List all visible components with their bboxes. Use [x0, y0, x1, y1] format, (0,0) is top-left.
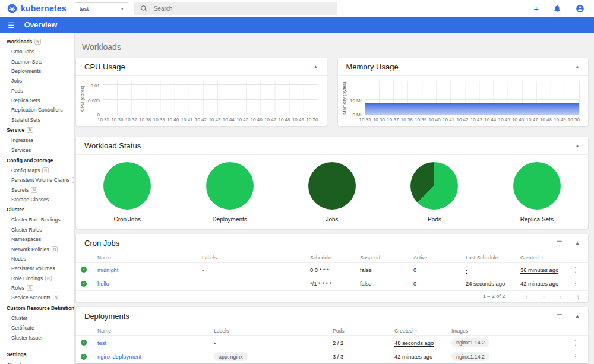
sidebar-item-cluster-roles[interactable]: Cluster Roles — [0, 225, 74, 235]
x-tick-label: 10:35 — [359, 117, 371, 122]
column-header[interactable]: Schedule — [310, 255, 360, 261]
sidebar-item-services[interactable]: Services — [0, 145, 74, 154]
sidebar-item-secrets[interactable]: SecretsN — [0, 185, 74, 195]
next-page-button[interactable]: › — [560, 293, 561, 300]
sidebar-item-cron-jobs[interactable]: Cron Jobs — [0, 47, 74, 56]
sidebar-item-crd-cluster[interactable]: Cluster — [0, 314, 74, 323]
cell-created: 42 minutes ago — [394, 353, 451, 360]
sidebar-item-service-accounts[interactable]: Service AccountsN — [0, 293, 74, 302]
sidebar-item-namespaces[interactable]: Namespaces — [0, 235, 74, 244]
sidebar-item-crd-cluster-issuer[interactable]: Cluster Issuer — [0, 333, 74, 342]
collapse-card-icon[interactable]: ▲ — [575, 143, 580, 148]
collapse-card-icon[interactable]: ▲ — [575, 64, 580, 69]
filter-icon[interactable] — [555, 239, 563, 247]
workload-pie-cron-jobs[interactable]: Cron Jobs — [76, 155, 178, 228]
pie-label: Cron Jobs — [113, 216, 141, 223]
sidebar-section-service[interactable]: ServiceN — [0, 125, 74, 135]
table-header-row: Name Labels Pods Created↑ Images — [76, 325, 588, 335]
cell-active: 0 — [413, 280, 466, 287]
sidebar-item-deployments[interactable]: Deployments — [0, 67, 74, 76]
sidebar-item-daemon-sets[interactable]: Daemon Sets — [0, 56, 74, 66]
sidebar-item-stateful-sets[interactable]: Stateful Sets — [0, 115, 74, 125]
table-row: ✓ hello - */1 * * * * false 0 24 seconds… — [76, 277, 588, 291]
sidebar-item-settings[interactable]: Settings — [0, 349, 74, 360]
collapse-card-icon[interactable]: ▲ — [575, 314, 580, 319]
cell-last-schedule: - — [466, 267, 520, 273]
x-tick-label: 10:40 — [167, 117, 179, 122]
column-header[interactable]: Labels — [214, 328, 333, 334]
column-header[interactable]: Active — [413, 255, 466, 261]
row-menu-button[interactable]: ⋮ — [568, 266, 583, 274]
table-row: ✓ midnight - 0 0 * * * false 0 - 36 minu… — [76, 262, 588, 277]
sidebar-item-storage-classes[interactable]: Storage Classes — [0, 195, 74, 204]
sidebar-section-custom-resource-definitions[interactable]: Custom Resource Definitions — [0, 303, 74, 314]
y-tick-label: 10 Mi — [350, 98, 362, 103]
column-header-sorted[interactable]: Created↑ — [394, 328, 451, 334]
menu-icon[interactable]: ☰ — [8, 21, 15, 30]
last-page-button[interactable]: ›| — [576, 293, 579, 300]
column-header[interactable]: Last Schedule — [466, 255, 520, 261]
user-account-icon[interactable] — [576, 4, 584, 13]
main-content-scroll-area[interactable]: Workloads CPU Usage ▲ CPU (cores) 0 0.00… — [74, 33, 594, 364]
sidebar-item-roles[interactable]: RolesN — [0, 283, 74, 293]
column-header[interactable]: Suspend — [360, 255, 413, 261]
sidebar-section-config-and-storage[interactable]: Config and Storage — [0, 155, 74, 166]
item-label: Cluster — [11, 315, 27, 321]
sidebar-item-persistent-volume-claims[interactable]: Persistent Volume ClaimsN — [0, 175, 74, 185]
cell-created: 42 minutes ago — [520, 280, 568, 287]
sidebar-item-jobs[interactable]: Jobs — [0, 76, 74, 86]
sidebar-item-pods[interactable]: Pods — [0, 86, 74, 96]
sidebar-item-crd-certificate[interactable]: Certificate — [0, 323, 74, 333]
pie-chart — [206, 162, 254, 210]
sidebar-item-about[interactable]: About — [0, 360, 74, 364]
sidebar-item-ingresses[interactable]: Ingresses — [0, 135, 74, 145]
collapse-card-icon[interactable]: ▲ — [314, 64, 318, 69]
resource-link[interactable]: test — [97, 340, 214, 346]
sidebar-item-replication-controllers[interactable]: Replication Controllers — [0, 105, 74, 115]
search-input[interactable] — [154, 5, 331, 12]
sidebar-section-cluster[interactable]: Cluster — [0, 204, 74, 215]
sidebar-item-role-bindings[interactable]: Role BindingsN — [0, 274, 74, 283]
sidebar-section-workloads[interactable]: WorkloadsN — [0, 36, 74, 47]
column-header[interactable]: Name — [97, 255, 202, 261]
sidebar-item-persistent-volumes[interactable]: Persistent Volumes — [0, 264, 74, 273]
resource-link[interactable]: midnight — [97, 267, 202, 273]
item-label: Roles — [11, 285, 24, 291]
column-header[interactable]: Labels — [202, 255, 310, 261]
sidebar-item-cluster-role-bindings[interactable]: Cluster Role Bindings — [0, 215, 74, 224]
notifications-bell-icon[interactable] — [553, 4, 561, 12]
first-page-button[interactable]: |‹ — [525, 293, 527, 300]
sidebar-item-replica-sets[interactable]: Replica Sets — [0, 96, 74, 105]
resource-link[interactable]: nginx-deployment — [97, 353, 214, 360]
sidebar-item-config-maps[interactable]: Config MapsN — [0, 166, 74, 175]
item-label: Deployments — [11, 68, 41, 74]
namespace-selector[interactable]: test ▾ — [75, 2, 128, 14]
sidebar-item-network-policies[interactable]: Network PoliciesN — [0, 244, 74, 254]
sidebar-item-nodes[interactable]: Nodes — [0, 254, 74, 264]
column-header-sorted[interactable]: Created↑ — [520, 255, 568, 261]
status-succeeded-icon: ✓ — [81, 281, 87, 287]
row-menu-button[interactable]: ⋮ — [568, 353, 583, 360]
column-header[interactable]: Images — [451, 328, 568, 334]
filter-icon[interactable] — [555, 312, 563, 320]
sidebar-nav: WorkloadsN Cron Jobs Daemon Sets Deploym… — [0, 33, 74, 364]
create-resource-icon[interactable]: + — [533, 4, 539, 13]
workload-pie-replica-sets[interactable]: Replica Sets — [486, 155, 588, 228]
cell-pods: 2 / 2 — [333, 340, 394, 346]
row-menu-button[interactable]: ⋮ — [568, 280, 583, 287]
section-label: Cluster — [7, 207, 24, 213]
topbar-actions: + — [533, 4, 594, 13]
resource-link[interactable]: hello — [97, 280, 202, 287]
previous-page-button[interactable]: ‹ — [543, 293, 544, 300]
workload-pie-deployments[interactable]: Deployments — [178, 155, 280, 228]
column-header[interactable]: Pods — [333, 328, 394, 334]
workload-pie-pods[interactable]: Pods — [383, 155, 485, 228]
column-header[interactable]: Name — [97, 328, 214, 334]
x-tick-label: 10:50 — [568, 117, 580, 122]
cell-created: 48 seconds ago — [394, 340, 451, 346]
workload-pie-jobs[interactable]: Jobs — [281, 155, 383, 228]
search-bar[interactable] — [134, 2, 337, 15]
kubernetes-logo[interactable]: kubernetes — [7, 4, 67, 14]
row-menu-button[interactable]: ⋮ — [568, 339, 583, 347]
collapse-card-icon[interactable]: ▲ — [575, 240, 580, 246]
